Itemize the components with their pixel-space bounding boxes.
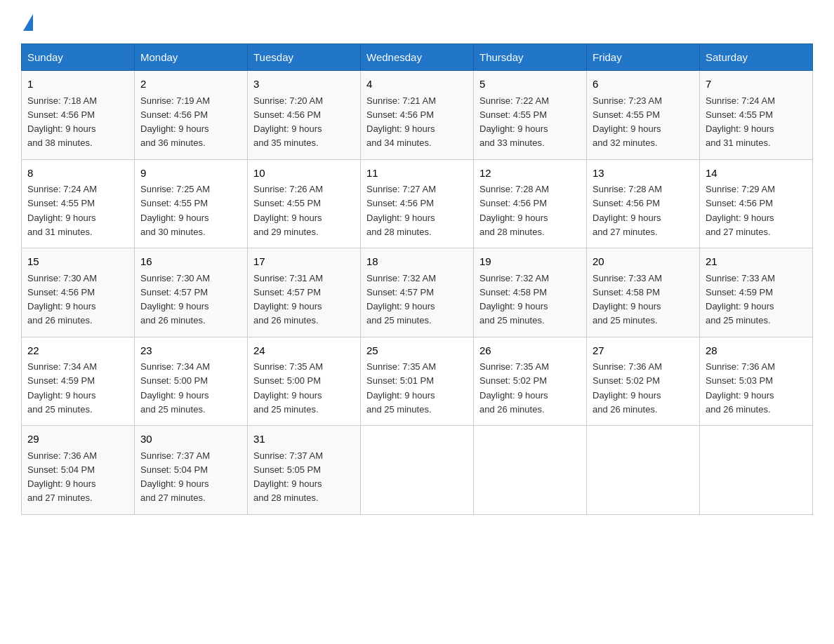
calendar-cell [587, 426, 700, 515]
calendar-cell: 16Sunrise: 7:30 AMSunset: 4:57 PMDayligh… [135, 248, 248, 337]
calendar-cell: 31Sunrise: 7:37 AMSunset: 5:05 PMDayligh… [248, 426, 361, 515]
logo-triangle-icon [23, 14, 33, 31]
day-info: Sunrise: 7:29 AMSunset: 4:56 PMDaylight:… [706, 184, 775, 237]
day-info: Sunrise: 7:37 AMSunset: 5:04 PMDaylight:… [140, 450, 210, 504]
day-number: 20 [593, 254, 694, 270]
page-header [21, 14, 813, 29]
calendar-table: SundayMondayTuesdayWednesdayThursdayFrid… [21, 43, 813, 515]
day-number: 6 [593, 76, 694, 93]
calendar-cell: 15Sunrise: 7:30 AMSunset: 4:56 PMDayligh… [22, 248, 135, 337]
day-info: Sunrise: 7:28 AMSunset: 4:56 PMDaylight:… [593, 184, 662, 237]
weekday-header-monday: Monday [135, 44, 248, 71]
calendar-week-row: 8Sunrise: 7:24 AMSunset: 4:55 PMDaylight… [22, 159, 813, 248]
day-number: 29 [27, 431, 128, 448]
calendar-week-row: 15Sunrise: 7:30 AMSunset: 4:56 PMDayligh… [22, 248, 813, 337]
calendar-cell: 7Sunrise: 7:24 AMSunset: 4:55 PMDaylight… [700, 71, 813, 160]
day-info: Sunrise: 7:32 AMSunset: 4:58 PMDaylight:… [479, 273, 549, 326]
calendar-week-row: 29Sunrise: 7:36 AMSunset: 5:04 PMDayligh… [22, 426, 813, 515]
day-number: 25 [366, 343, 468, 359]
day-info: Sunrise: 7:22 AMSunset: 4:55 PMDaylight:… [479, 95, 549, 149]
day-info: Sunrise: 7:30 AMSunset: 4:57 PMDaylight:… [140, 273, 210, 326]
weekday-header-row: SundayMondayTuesdayWednesdayThursdayFrid… [22, 44, 813, 71]
day-number: 15 [27, 254, 128, 270]
calendar-cell: 9Sunrise: 7:25 AMSunset: 4:55 PMDaylight… [135, 159, 248, 248]
calendar-cell: 11Sunrise: 7:27 AMSunset: 4:56 PMDayligh… [361, 159, 474, 248]
day-number: 13 [593, 166, 694, 182]
calendar-cell [361, 426, 474, 515]
day-number: 5 [479, 76, 581, 93]
weekday-header-tuesday: Tuesday [248, 44, 361, 71]
day-info: Sunrise: 7:30 AMSunset: 4:56 PMDaylight:… [27, 273, 97, 326]
calendar-cell: 21Sunrise: 7:33 AMSunset: 4:59 PMDayligh… [700, 248, 813, 337]
calendar-cell: 14Sunrise: 7:29 AMSunset: 4:56 PMDayligh… [700, 159, 813, 248]
day-info: Sunrise: 7:35 AMSunset: 5:00 PMDaylight:… [253, 361, 323, 415]
weekday-header-sunday: Sunday [22, 44, 135, 71]
day-info: Sunrise: 7:26 AMSunset: 4:55 PMDaylight:… [253, 184, 323, 237]
calendar-week-row: 22Sunrise: 7:34 AMSunset: 4:59 PMDayligh… [22, 337, 813, 426]
calendar-cell: 2Sunrise: 7:19 AMSunset: 4:56 PMDaylight… [135, 71, 248, 160]
day-number: 27 [593, 343, 694, 359]
calendar-cell: 28Sunrise: 7:36 AMSunset: 5:03 PMDayligh… [700, 337, 813, 426]
calendar-cell [700, 426, 813, 515]
day-number: 23 [140, 343, 241, 359]
day-info: Sunrise: 7:36 AMSunset: 5:04 PMDaylight:… [27, 450, 97, 504]
day-info: Sunrise: 7:36 AMSunset: 5:02 PMDaylight:… [593, 361, 662, 415]
day-info: Sunrise: 7:34 AMSunset: 4:59 PMDaylight:… [27, 361, 97, 415]
day-number: 19 [479, 254, 581, 270]
calendar-cell: 19Sunrise: 7:32 AMSunset: 4:58 PMDayligh… [474, 248, 587, 337]
day-number: 8 [27, 166, 128, 182]
day-info: Sunrise: 7:35 AMSunset: 5:02 PMDaylight:… [479, 361, 549, 415]
day-info: Sunrise: 7:28 AMSunset: 4:56 PMDaylight:… [479, 184, 549, 237]
day-info: Sunrise: 7:33 AMSunset: 4:58 PMDaylight:… [593, 273, 662, 326]
calendar-cell: 4Sunrise: 7:21 AMSunset: 4:56 PMDaylight… [361, 71, 474, 160]
calendar-cell: 27Sunrise: 7:36 AMSunset: 5:02 PMDayligh… [587, 337, 700, 426]
day-info: Sunrise: 7:35 AMSunset: 5:01 PMDaylight:… [366, 361, 436, 415]
calendar-cell: 10Sunrise: 7:26 AMSunset: 4:55 PMDayligh… [248, 159, 361, 248]
day-number: 16 [140, 254, 241, 270]
calendar-cell: 5Sunrise: 7:22 AMSunset: 4:55 PMDaylight… [474, 71, 587, 160]
day-number: 7 [706, 76, 807, 93]
calendar-cell [474, 426, 587, 515]
calendar-cell: 13Sunrise: 7:28 AMSunset: 4:56 PMDayligh… [587, 159, 700, 248]
day-number: 10 [253, 166, 355, 182]
day-number: 3 [253, 76, 355, 93]
day-info: Sunrise: 7:24 AMSunset: 4:55 PMDaylight:… [706, 95, 775, 149]
calendar-week-row: 1Sunrise: 7:18 AMSunset: 4:56 PMDaylight… [22, 71, 813, 160]
day-info: Sunrise: 7:19 AMSunset: 4:56 PMDaylight:… [140, 95, 210, 149]
day-number: 31 [253, 431, 355, 448]
calendar-cell: 22Sunrise: 7:34 AMSunset: 4:59 PMDayligh… [22, 337, 135, 426]
day-number: 18 [366, 254, 468, 270]
day-info: Sunrise: 7:20 AMSunset: 4:56 PMDaylight:… [253, 95, 323, 149]
calendar-cell: 1Sunrise: 7:18 AMSunset: 4:56 PMDaylight… [22, 71, 135, 160]
weekday-header-wednesday: Wednesday [361, 44, 474, 71]
calendar-cell: 8Sunrise: 7:24 AMSunset: 4:55 PMDaylight… [22, 159, 135, 248]
calendar-cell: 24Sunrise: 7:35 AMSunset: 5:00 PMDayligh… [248, 337, 361, 426]
calendar-cell: 17Sunrise: 7:31 AMSunset: 4:57 PMDayligh… [248, 248, 361, 337]
calendar-cell: 25Sunrise: 7:35 AMSunset: 5:01 PMDayligh… [361, 337, 474, 426]
calendar-cell: 12Sunrise: 7:28 AMSunset: 4:56 PMDayligh… [474, 159, 587, 248]
calendar-cell: 18Sunrise: 7:32 AMSunset: 4:57 PMDayligh… [361, 248, 474, 337]
weekday-header-thursday: Thursday [474, 44, 587, 71]
day-info: Sunrise: 7:18 AMSunset: 4:56 PMDaylight:… [27, 95, 97, 149]
calendar-cell: 30Sunrise: 7:37 AMSunset: 5:04 PMDayligh… [135, 426, 248, 515]
day-number: 2 [140, 76, 241, 93]
day-number: 28 [706, 343, 807, 359]
day-number: 4 [366, 76, 468, 93]
day-info: Sunrise: 7:27 AMSunset: 4:56 PMDaylight:… [366, 184, 436, 237]
day-number: 14 [706, 166, 807, 182]
day-number: 30 [140, 431, 241, 448]
calendar-cell: 26Sunrise: 7:35 AMSunset: 5:02 PMDayligh… [474, 337, 587, 426]
calendar-cell: 3Sunrise: 7:20 AMSunset: 4:56 PMDaylight… [248, 71, 361, 160]
day-info: Sunrise: 7:23 AMSunset: 4:55 PMDaylight:… [593, 95, 662, 149]
day-info: Sunrise: 7:37 AMSunset: 5:05 PMDaylight:… [253, 450, 323, 504]
day-info: Sunrise: 7:36 AMSunset: 5:03 PMDaylight:… [706, 361, 775, 415]
day-info: Sunrise: 7:31 AMSunset: 4:57 PMDaylight:… [253, 273, 323, 326]
day-info: Sunrise: 7:32 AMSunset: 4:57 PMDaylight:… [366, 273, 436, 326]
day-number: 1 [27, 76, 128, 93]
day-number: 24 [253, 343, 355, 359]
weekday-header-saturday: Saturday [700, 44, 813, 71]
day-number: 17 [253, 254, 355, 270]
day-info: Sunrise: 7:21 AMSunset: 4:56 PMDaylight:… [366, 95, 436, 149]
day-number: 11 [366, 166, 468, 182]
day-info: Sunrise: 7:25 AMSunset: 4:55 PMDaylight:… [140, 184, 210, 237]
